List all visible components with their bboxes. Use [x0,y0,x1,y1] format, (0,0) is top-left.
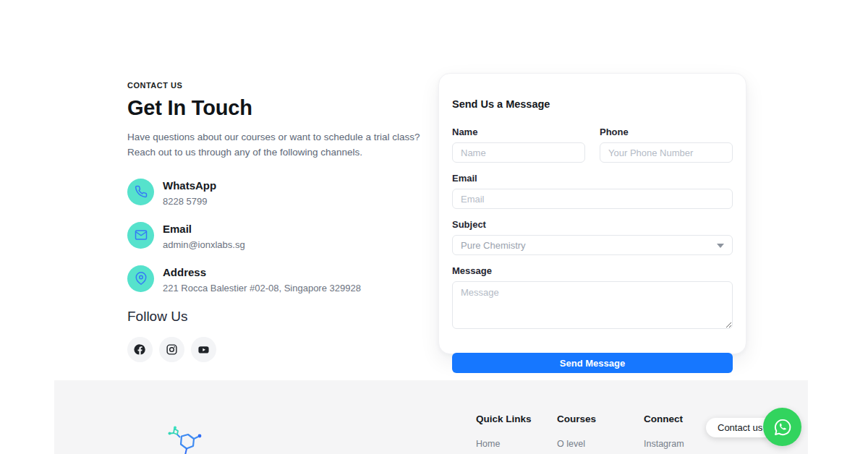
whatsapp-icon [772,416,793,438]
youtube-icon[interactable] [191,337,216,362]
contact-item-title: Email [163,222,245,235]
chevron-down-icon [717,244,724,248]
contact-item-whatsapp: WhatsApp 8228 5799 [127,179,431,207]
phone-input[interactable] [600,142,733,163]
facebook-icon[interactable] [127,337,153,362]
send-message-button[interactable]: Send Message [452,353,733,373]
instagram-icon[interactable] [159,337,184,362]
mail-icon [127,222,154,249]
contact-page: CONTACT US Get In Touch Have questions a… [0,0,868,454]
follow-us-heading: Follow Us [127,309,431,325]
name-input[interactable] [452,142,585,163]
subject-selected-value: Pure Chemistry [461,240,526,251]
footer-column-courses: Courses O level [557,414,596,449]
footer-link-home[interactable]: Home [476,439,532,449]
contact-item-value: 8228 5799 [163,196,216,207]
map-pin-icon [127,265,154,292]
message-textarea[interactable] [452,281,733,329]
phone-icon [127,179,154,205]
contact-item-value: admin@ionxlabs.sg [163,239,245,250]
email-label: Email [452,173,733,184]
contact-methods-list: WhatsApp 8228 5799 Email admin@ionxlabs.… [127,179,431,294]
social-links [127,337,431,362]
contact-item-address: Address 221 Rocca Balestier #02-08, Sing… [127,265,431,294]
contact-item-value: 221 Rocca Balestier #02-08, Singapore 32… [163,283,361,294]
email-input[interactable] [452,189,733,209]
footer: Quick Links Home Why IONX? Courses O lev… [54,380,808,454]
contact-info-section: CONTACT US Get In Touch Have questions a… [127,81,431,362]
subject-select[interactable]: Pure Chemistry [452,235,733,255]
footer-link-instagram[interactable]: Instagram [644,439,684,449]
footer-column-title: Courses [557,414,596,424]
footer-column-connect: Connect Instagram Tiktok [644,414,684,454]
contact-item-email: Email admin@ionxlabs.sg [127,222,431,250]
section-description: Have questions about our courses or want… [127,130,431,160]
contact-item-title: WhatsApp [163,179,216,192]
message-label: Message [452,265,733,276]
molecule-logo [161,425,203,454]
section-eyebrow: CONTACT US [127,81,431,90]
contact-form-card: Send Us a Message Name Phone Email Subje… [438,73,746,354]
footer-link-o-level[interactable]: O level [557,439,596,449]
footer-column-title: Quick Links [476,414,532,424]
page-title: Get In Touch [127,96,431,120]
name-label: Name [452,127,585,137]
subject-label: Subject [452,219,733,230]
contact-item-title: Address [163,265,361,278]
footer-column-title: Connect [644,414,684,424]
form-title: Send Us a Message [452,98,733,110]
footer-column-quick-links: Quick Links Home Why IONX? [476,414,532,454]
whatsapp-fab-button[interactable] [763,408,801,446]
phone-label: Phone [600,127,733,137]
